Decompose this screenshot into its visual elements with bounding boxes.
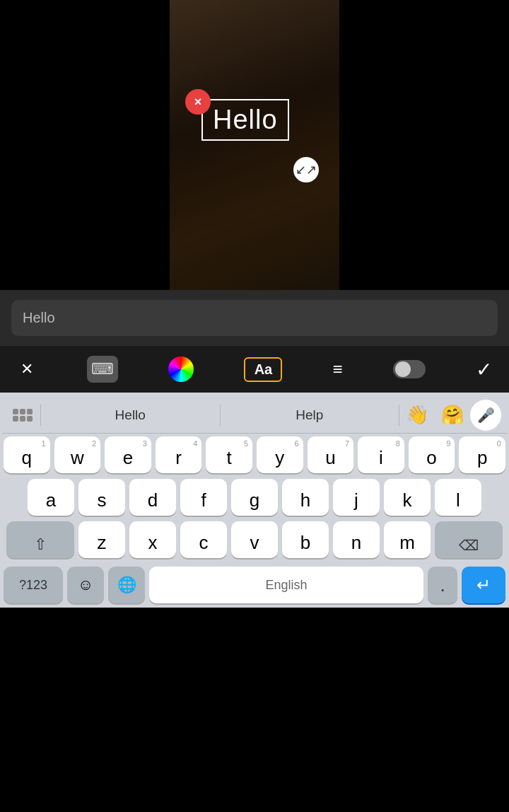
keyboard-area: Hello Help 👋 🤗 🎤 1q 2w 3e 4r 5t 6y 7u 8i… [0,393,509,608]
key-t[interactable]: 5t [206,436,252,473]
key-a[interactable]: a [28,479,74,516]
align-icon: ≡ [333,359,343,379]
close-button[interactable]: × [185,89,211,115]
key-h[interactable]: h [282,479,329,516]
key-j[interactable]: j [333,479,380,516]
key-z[interactable]: z [78,521,125,558]
key-r[interactable]: 4r [156,436,202,473]
color-wheel-button[interactable] [165,354,197,385]
keyboard-toggle-button[interactable]: ⌨ [84,353,121,385]
key-i[interactable]: 8i [358,436,404,473]
mic-icon: 🎤 [477,407,495,424]
confirm-button[interactable]: ✓ [473,355,495,384]
suggestion-grid-icon [13,409,33,422]
key-x[interactable]: x [129,521,176,558]
key-q[interactable]: 1q [4,436,50,473]
align-button[interactable]: ≡ [330,356,346,382]
keys-container: 1q 2w 3e 4r 5t 6y 7u 8i 9o 0p a s d f g … [2,434,507,567]
emoji-icon: ☺ [78,576,93,594]
suggestions-bar: Hello Help 👋 🤗 🎤 [2,397,507,434]
cancel-icon: ✕ [21,360,33,378]
key-globe[interactable]: 🌐 [108,567,145,603]
key-row-2: a s d f g h j k l [4,479,505,516]
style-toggle-button[interactable] [390,357,428,381]
key-num-toggle[interactable]: ?123 [4,567,63,603]
key-b[interactable]: b [282,521,329,558]
key-c[interactable]: c [180,521,227,558]
mic-button[interactable]: 🎤 [470,400,501,431]
color-wheel-icon [168,356,194,382]
key-v[interactable]: v [231,521,278,558]
canvas-area: Hello × ↙↗ [0,0,509,290]
key-p[interactable]: 0p [459,436,505,473]
key-w[interactable]: 2w [54,436,101,473]
globe-icon: 🌐 [117,576,136,594]
keyboard-icon-bg: ⌨ [87,356,118,383]
key-m[interactable]: m [384,521,431,558]
toolbar: ✕ ⌨ Aa ≡ ✓ [0,346,509,393]
key-e[interactable]: 3e [105,436,151,473]
canvas-image [170,0,339,290]
keyboard-icon: ⌨ [91,360,114,378]
confirm-icon: ✓ [476,358,492,381]
key-emoji[interactable]: ☺ [67,567,104,603]
style-toggle [393,360,426,378]
cancel-button[interactable]: ✕ [14,356,40,382]
resize-handle[interactable]: ↙↗ [293,157,319,182]
bottom-row: ?123 ☺ 🌐 English . ↵ [2,567,507,608]
font-label: Aa [244,357,282,382]
key-f[interactable]: f [180,479,227,516]
key-space[interactable]: English [149,567,423,603]
resize-icon: ↙↗ [296,162,317,178]
key-k[interactable]: k [384,479,431,516]
close-icon: × [194,95,202,108]
key-y[interactable]: 6y [257,436,303,473]
key-g[interactable]: g [231,479,278,516]
key-period[interactable]: . [428,567,457,603]
font-button[interactable]: Aa [241,354,285,385]
text-input-field[interactable] [11,300,498,336]
key-backspace[interactable]: ⌫ [435,521,503,558]
key-return[interactable]: ↵ [462,567,505,603]
suggestion-word-2[interactable]: Help [221,403,399,427]
suggestion-word-1[interactable]: Hello [41,403,220,427]
key-u[interactable]: 7u [308,436,354,473]
key-o[interactable]: 9o [409,436,455,473]
key-n[interactable]: n [333,521,380,558]
key-shift[interactable]: ⇧ [6,521,74,558]
key-l[interactable]: l [435,479,481,516]
key-row-1: 1q 2w 3e 4r 5t 6y 7u 8i 9o 0p [4,436,505,473]
text-overlay-content: Hello [213,105,278,135]
text-input-area [0,290,509,346]
key-d[interactable]: d [129,479,176,516]
key-row-3: ⇧ z x c v b n m ⌫ [4,521,505,558]
style-toggle-knob [395,361,411,377]
text-overlay-box[interactable]: Hello [201,99,289,141]
return-icon: ↵ [476,575,491,595]
key-s[interactable]: s [78,479,125,516]
suggestion-emoji-2[interactable]: 🤗 [435,404,470,426]
suggestion-emoji-1[interactable]: 👋 [399,404,435,426]
suggestion-icon-button[interactable] [5,409,40,422]
